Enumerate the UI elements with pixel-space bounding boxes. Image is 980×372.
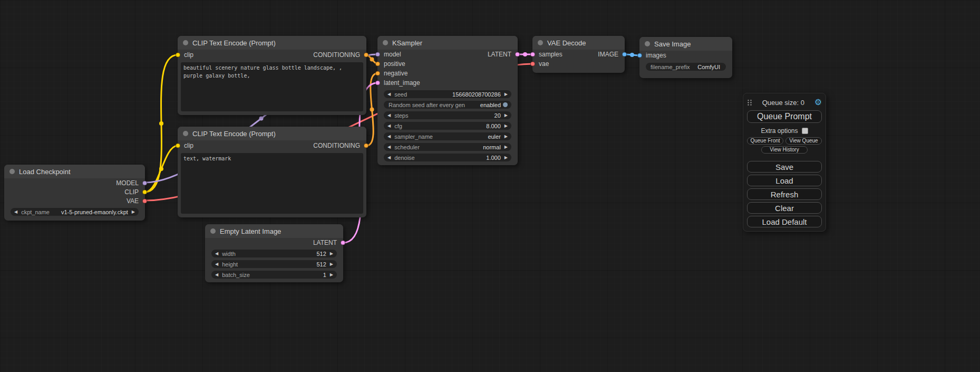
widget-random-seed-toggle[interactable]: Random seed after every gen enabled <box>384 101 511 109</box>
input-slot-model[interactable]: model <box>384 51 401 58</box>
output-slot-image[interactable]: IMAGE <box>598 51 618 58</box>
widget-ckpt-name[interactable]: ◀ ckpt_name v1-5-pruned-emaonly.ckpt ▶ <box>11 208 139 216</box>
output-slot-conditioning[interactable]: CONDITIONING <box>313 142 360 149</box>
output-slot-latent[interactable]: LATENT <box>313 239 337 246</box>
model-slot-dot[interactable] <box>375 52 380 57</box>
decrement-arrow-icon[interactable]: ◀ <box>14 210 17 214</box>
save-button[interactable]: Save <box>747 161 822 173</box>
node-load-checkpoint[interactable]: Load Checkpoint MODEL CLIP VAE ◀ ckpt_na… <box>4 165 145 221</box>
increment-arrow-icon[interactable]: ▶ <box>132 210 135 214</box>
conditioning-slot-dot[interactable] <box>375 62 380 66</box>
latent-slot-dot[interactable] <box>530 52 535 57</box>
collapse-dot-icon[interactable] <box>183 40 188 45</box>
output-slot-latent[interactable]: LATENT <box>488 51 511 58</box>
widget-steps[interactable]: ◀ steps 20 ▶ <box>384 111 511 119</box>
view-history-button[interactable]: View History <box>761 146 808 154</box>
decrement-arrow-icon[interactable]: ◀ <box>215 262 218 266</box>
clip-slot-dot[interactable] <box>176 53 180 58</box>
node-title-bar[interactable]: VAE Decode <box>532 36 625 50</box>
input-slot-clip[interactable]: clip <box>184 51 193 59</box>
output-slot-clip[interactable]: CLIP <box>124 188 139 196</box>
widget-cfg[interactable]: ◀ cfg 8.000 ▶ <box>384 122 511 130</box>
vae-slot-dot[interactable] <box>530 62 535 66</box>
node-title-bar[interactable]: KSampler <box>377 36 518 50</box>
image-slot-dot[interactable] <box>622 52 627 57</box>
decrement-arrow-icon[interactable]: ◀ <box>215 252 218 256</box>
widget-batch-size[interactable]: ◀ batch_size 1 ▶ <box>211 271 337 279</box>
increment-arrow-icon[interactable]: ▶ <box>504 135 508 139</box>
collapse-dot-icon[interactable] <box>383 40 388 45</box>
increment-arrow-icon[interactable]: ▶ <box>504 145 508 149</box>
vae-slot-dot[interactable] <box>142 198 147 203</box>
toggle-dot-icon[interactable] <box>503 102 508 107</box>
input-slot-vae[interactable]: vae <box>539 60 549 68</box>
collapse-dot-icon[interactable] <box>538 40 543 45</box>
widget-sampler-name[interactable]: ◀ sampler_name euler ▶ <box>384 132 511 140</box>
node-title-bar[interactable]: Load Checkpoint <box>4 165 145 178</box>
input-slot-positive[interactable]: positive <box>384 60 405 68</box>
load-button[interactable]: Load <box>747 175 822 186</box>
node-ksampler[interactable]: KSampler model LATENT positive negative <box>377 36 518 165</box>
increment-arrow-icon[interactable]: ▶ <box>504 92 508 97</box>
node-graph-canvas[interactable]: Load Checkpoint MODEL CLIP VAE ◀ ckpt_na… <box>0 0 980 372</box>
load-default-button[interactable]: Load Default <box>747 216 822 227</box>
decrement-arrow-icon[interactable]: ◀ <box>215 273 218 277</box>
negative-prompt-textarea[interactable]: text, watermark <box>181 153 363 214</box>
node-title-bar[interactable]: CLIP Text Encode (Prompt) <box>178 127 366 140</box>
node-clip-text-encode-negative[interactable]: CLIP Text Encode (Prompt) clip CONDITION… <box>178 127 366 217</box>
decrement-arrow-icon[interactable]: ◀ <box>387 124 391 128</box>
output-slot-vae[interactable]: VAE <box>127 197 139 205</box>
widget-width[interactable]: ◀ width 512 ▶ <box>211 250 337 257</box>
widget-seed[interactable]: ◀ seed 156680208700286 ▶ <box>384 90 511 98</box>
collapse-dot-icon[interactable] <box>645 41 650 46</box>
node-empty-latent-image[interactable]: Empty Latent Image LATENT ◀ width 512 ▶ … <box>205 224 343 282</box>
node-clip-text-encode-positive[interactable]: CLIP Text Encode (Prompt) clip CONDITION… <box>178 36 366 115</box>
refresh-button[interactable]: Refresh <box>747 188 822 200</box>
settings-gear-icon[interactable]: ⚙ <box>814 98 822 107</box>
decrement-arrow-icon[interactable]: ◀ <box>387 113 391 118</box>
increment-arrow-icon[interactable]: ▶ <box>330 273 333 277</box>
increment-arrow-icon[interactable]: ▶ <box>330 252 333 256</box>
increment-arrow-icon[interactable]: ▶ <box>330 262 333 266</box>
input-slot-samples[interactable]: samples <box>539 51 562 58</box>
latent-slot-dot[interactable] <box>341 240 345 245</box>
positive-prompt-textarea[interactable]: beautiful scenery nature glass bottle la… <box>181 62 363 111</box>
latent-slot-dot[interactable] <box>515 52 520 57</box>
collapse-dot-icon[interactable] <box>210 228 216 234</box>
input-slot-negative[interactable]: negative <box>384 70 407 77</box>
conditioning-slot-dot[interactable] <box>375 71 380 76</box>
queue-front-button[interactable]: Queue Front <box>747 137 783 145</box>
input-slot-images[interactable]: images <box>646 52 666 59</box>
widget-denoise[interactable]: ◀ denoise 1.000 ▶ <box>384 154 511 161</box>
node-vae-decode[interactable]: VAE Decode samples IMAGE vae <box>532 36 625 73</box>
widget-height[interactable]: ◀ height 512 ▶ <box>211 260 337 268</box>
clip-slot-dot[interactable] <box>176 144 180 148</box>
node-title-bar[interactable]: Empty Latent Image <box>205 224 343 238</box>
view-queue-button[interactable]: View Queue <box>785 137 822 145</box>
widget-scheduler[interactable]: ◀ scheduler normal ▶ <box>384 143 511 151</box>
image-slot-dot[interactable] <box>637 53 642 58</box>
input-slot-clip[interactable]: clip <box>184 142 193 149</box>
decrement-arrow-icon[interactable]: ◀ <box>387 145 391 149</box>
conditioning-slot-dot[interactable] <box>364 144 368 148</box>
clear-button[interactable]: Clear <box>747 202 822 214</box>
queue-prompt-button[interactable]: Queue Prompt <box>747 110 822 123</box>
decrement-arrow-icon[interactable]: ◀ <box>387 135 391 139</box>
collapse-dot-icon[interactable] <box>183 131 188 136</box>
output-slot-model[interactable]: MODEL <box>116 179 139 187</box>
node-title-bar[interactable]: Save Image <box>639 37 732 51</box>
widget-filename-prefix[interactable]: filename_prefix ComfyUI <box>646 63 726 71</box>
decrement-arrow-icon[interactable]: ◀ <box>387 92 391 97</box>
node-save-image[interactable]: Save Image images filename_prefix ComfyU… <box>639 37 732 78</box>
node-title-bar[interactable]: CLIP Text Encode (Prompt) <box>178 36 366 50</box>
collapse-dot-icon[interactable] <box>9 169 15 174</box>
drag-handle-icon[interactable] <box>747 99 752 106</box>
latent-slot-dot[interactable] <box>375 81 380 85</box>
output-slot-conditioning[interactable]: CONDITIONING <box>313 51 360 59</box>
increment-arrow-icon[interactable]: ▶ <box>504 113 508 118</box>
input-slot-latent-image[interactable]: latent_image <box>384 79 420 87</box>
increment-arrow-icon[interactable]: ▶ <box>504 156 508 160</box>
clip-slot-dot[interactable] <box>142 189 147 194</box>
conditioning-slot-dot[interactable] <box>364 53 368 58</box>
model-slot-dot[interactable] <box>142 180 147 185</box>
